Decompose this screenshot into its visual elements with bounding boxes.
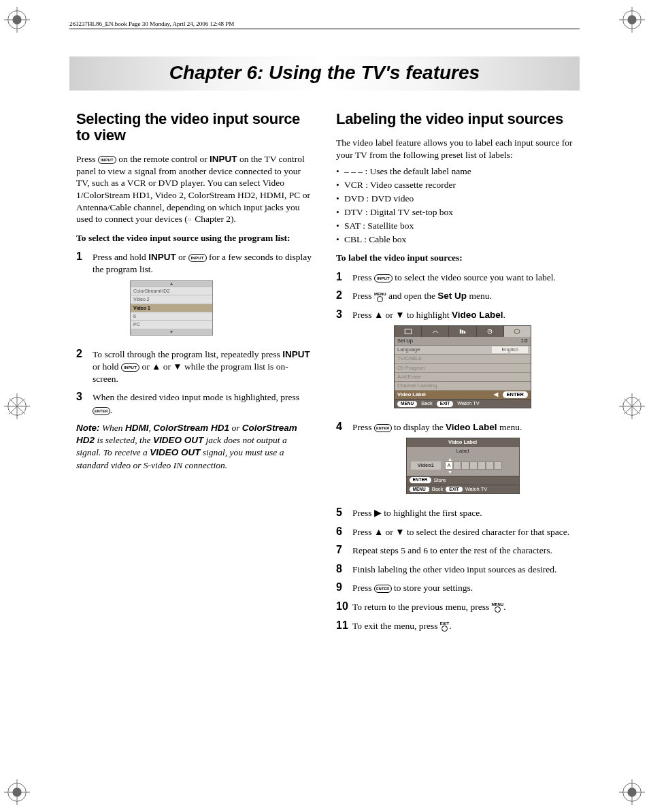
osd2-cell <box>478 461 486 470</box>
term: VIDEO OUT <box>153 435 203 445</box>
osd-foot-menu: MENU <box>397 401 417 407</box>
label-item: CBL : Cable box <box>336 234 573 245</box>
osd-row-label: Add/Erase <box>397 374 421 380</box>
menu-button-icon: MENU <box>374 292 386 302</box>
crop-mark-tl-icon <box>4 7 30 33</box>
label-item: – – – : Uses the default label name <box>336 166 573 177</box>
osd2-head: Label <box>407 447 519 455</box>
input-label: INPUT <box>148 252 176 262</box>
label: EXIT <box>440 621 449 626</box>
prog-row: Video 2 <box>131 295 212 304</box>
left-step-3: When the desired video input mode is hig… <box>76 389 313 416</box>
right-step-10: To return to the previous menu, press ME… <box>336 599 573 614</box>
osd-row-label: Channel Labeling <box>397 383 437 389</box>
video-label-osd: Video Label Label Video1 ▲ A <box>406 438 520 494</box>
svg-rect-28 <box>462 330 463 334</box>
label-item: SAT : Satellite box <box>336 221 573 231</box>
right-step-4: Press ENTER to display the Video Label m… <box>336 419 573 501</box>
osd-foot-text: Back <box>421 400 433 407</box>
right-intro: The video label feature allows you to la… <box>336 137 573 161</box>
right-column: Labeling the video input sources The vid… <box>336 111 573 636</box>
menu-button-icon: MENU <box>492 602 504 613</box>
crop-mark-ml-icon <box>4 393 30 419</box>
right-step-6: Press ▲ or ▼ to select the desired chara… <box>336 524 573 539</box>
osd2-foot-menu: MENU <box>410 487 429 493</box>
input-button-icon: INPUT <box>121 363 139 372</box>
osd2-cell <box>486 461 494 470</box>
text: is selected, the <box>95 435 153 445</box>
text: or <box>178 252 188 262</box>
text: Chapter 2). <box>193 214 236 224</box>
label-item: DTV : Digital TV set-top box <box>336 207 573 218</box>
osd-page: 1/2 <box>521 338 528 344</box>
text: or hold <box>93 361 121 372</box>
cross-ref-icon: ☞ <box>188 216 193 223</box>
text: . <box>110 405 112 415</box>
note-label: Note: <box>76 423 100 433</box>
osd2-title: Video Label <box>407 438 519 446</box>
left-steps: Press and hold INPUT or INPUT for a few … <box>76 249 313 417</box>
text: Press <box>352 291 374 301</box>
text: and open the <box>386 291 438 301</box>
right-step-2: Press MENU and open the Set Up menu. <box>336 288 573 303</box>
osd-row-selected: Video Label <box>397 391 426 398</box>
term: HDMI <box>125 423 149 433</box>
crop-mark-mr-icon <box>619 393 645 419</box>
label-item: DVD : DVD video <box>336 193 573 204</box>
text: To return to the previous menu, press <box>352 602 492 612</box>
exit-button-icon: EXIT <box>440 621 449 632</box>
right-step-8: Finish labeling the other video input so… <box>336 562 573 576</box>
right-step-7: Repeat steps 5 and 6 to enter the rest o… <box>336 542 573 557</box>
text: on the remote control or <box>118 154 210 164</box>
osd2-cells: ▲ A ▼ <box>445 457 502 474</box>
prog-row-selected: Video 1 <box>131 304 212 312</box>
setup-label: Set Up <box>437 291 467 301</box>
setup-menu-osd: Set Up1/2 LanguageEnglish TV/CABLE Ch Pr… <box>394 325 531 408</box>
text: Press ▶ to highlight the first space. <box>352 507 573 519</box>
text: Press <box>352 583 374 593</box>
text: to display the <box>392 422 446 432</box>
left-note: Note: When HDMI, ColorStream HD1 or Colo… <box>76 422 313 472</box>
text: Press ▲ or ▼ to highlight <box>352 310 452 320</box>
page-header-line: 263237HL86_EN.book Page 30 Monday, April… <box>69 20 580 29</box>
right-step-1: Press INPUT to select the video source y… <box>336 270 573 285</box>
text: Press <box>352 272 374 282</box>
osd2-foot-exit: EXIT <box>446 487 462 493</box>
osd-tab-icon <box>395 326 422 337</box>
text: When the desired video input mode is hig… <box>93 392 299 402</box>
term: ColorStream HD1 <box>153 423 229 433</box>
left-intro: Press INPUT on the remote control or INP… <box>76 153 313 225</box>
text: . <box>449 621 451 631</box>
input-button-icon: INPUT <box>188 254 207 262</box>
osd2-cell <box>494 461 502 470</box>
text: menu. <box>497 422 522 432</box>
enter-button-icon: ENTER <box>374 585 392 593</box>
label-item: VCR : Video cassette recorder <box>336 180 573 191</box>
right-step-11: To exit the menu, press EXIT. <box>336 618 573 633</box>
vlabel-label: Video Label <box>452 310 503 320</box>
osd2-cell <box>461 461 469 470</box>
left-column: Selecting the video input source to view… <box>76 111 313 636</box>
svg-rect-26 <box>405 329 412 334</box>
text: . <box>503 602 505 612</box>
enter-button-icon: ENTER <box>93 407 110 415</box>
text: Press <box>352 422 374 432</box>
osd-row-label: Ch Program <box>397 365 425 372</box>
prog-row-down: ▼ <box>131 329 212 335</box>
label: MENU <box>374 292 386 296</box>
text: menu. <box>467 291 492 301</box>
label: MENU <box>492 602 504 606</box>
right-heading: Labeling the video input sources <box>336 111 573 127</box>
osd-row-label: TV/CABLE <box>397 355 422 362</box>
osd-tab-icon <box>477 326 504 337</box>
text: When <box>100 423 126 433</box>
enter-button-icon: ENTER <box>374 424 392 432</box>
input-button-icon: INPUT <box>374 274 393 282</box>
osd-tab-setup-icon <box>504 326 531 337</box>
osd2-cell <box>469 461 478 470</box>
text: or <box>229 423 242 433</box>
enter-tag: ENTER <box>503 391 528 398</box>
left-step-2: To scroll through the program list, repe… <box>76 346 313 386</box>
chapter-title: Chapter 6: Using the TV's features <box>69 56 580 91</box>
right-subhead: To label the video input sources: <box>336 252 573 264</box>
